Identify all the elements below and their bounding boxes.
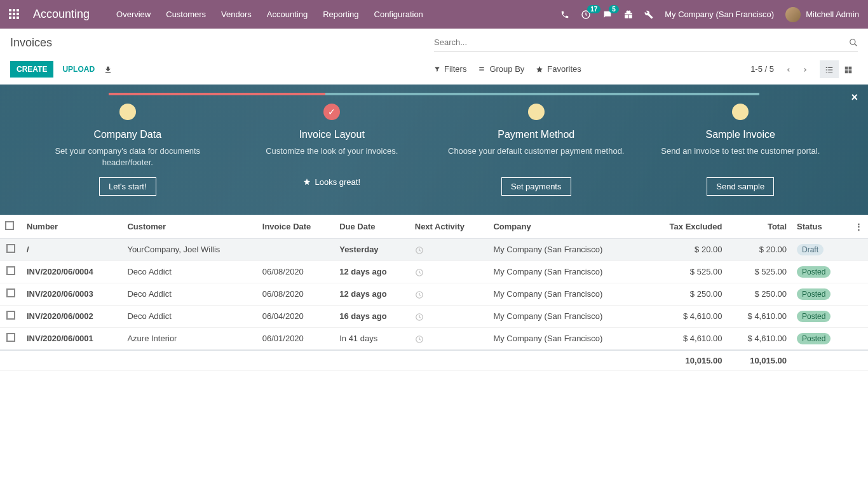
lets-start-button[interactable]: Let's start!	[99, 177, 156, 196]
set-payments-button[interactable]: Set payments	[501, 177, 571, 196]
favorites-label: Favorites	[547, 64, 581, 74]
table-row[interactable]: INV/2020/06/0002Deco Addict06/04/202016 …	[0, 305, 868, 327]
cell-number: INV/2020/06/0001	[22, 327, 122, 350]
row-checkbox[interactable]	[6, 266, 15, 275]
cell-invoice-date: 06/04/2020	[257, 305, 334, 327]
cell-customer: Deco Addict	[122, 261, 257, 283]
cell-number: INV/2020/06/0003	[22, 283, 122, 305]
row-checkbox[interactable]	[6, 244, 15, 253]
col-status[interactable]: Status	[792, 215, 850, 239]
top-nav: Accounting Overview Customers Vendors Ac…	[0, 0, 868, 29]
col-number[interactable]: Number	[22, 215, 122, 239]
total-tax-excluded: 10,015.00	[645, 350, 728, 371]
cell-number: INV/2020/06/0002	[22, 305, 122, 327]
menu-configuration[interactable]: Configuration	[367, 0, 431, 29]
table-row[interactable]: INV/2020/06/0003Deco Addict06/08/202012 …	[0, 283, 868, 305]
clock-icon[interactable]	[415, 267, 424, 276]
cell-status: Posted	[792, 327, 850, 350]
menu-accounting[interactable]: Accounting	[259, 0, 315, 29]
pager-prev-icon[interactable]	[780, 62, 797, 77]
cell-next-activity[interactable]	[410, 261, 489, 283]
step-done-icon: ✓	[323, 104, 340, 120]
menu-reporting[interactable]: Reporting	[315, 0, 366, 29]
col-total[interactable]: Total	[727, 215, 792, 239]
favorites-button[interactable]: Favorites	[536, 64, 581, 74]
cell-due-date: 12 days ago	[334, 261, 410, 283]
col-customer[interactable]: Customer	[122, 215, 257, 239]
search-icon[interactable]	[849, 37, 858, 48]
groupby-label: Group By	[489, 64, 524, 74]
col-company[interactable]: Company	[488, 215, 644, 239]
cell-total: $ 250.00	[727, 283, 792, 305]
onboarding-step-layout: ✓ Invoice Layout Customize the look of y…	[230, 104, 435, 196]
cell-status: Posted	[792, 283, 850, 305]
col-invoice-date[interactable]: Invoice Date	[257, 215, 334, 239]
view-kanban-icon[interactable]	[839, 60, 858, 78]
clock-icon[interactable]	[415, 289, 424, 299]
cell-company: My Company (San Francisco)	[488, 327, 644, 350]
status-badge: Posted	[797, 266, 831, 278]
menu-vendors[interactable]: Vendors	[214, 0, 259, 29]
clock-icon[interactable]	[415, 334, 424, 343]
table-row[interactable]: INV/2020/06/0004Deco Addict06/08/202012 …	[0, 261, 868, 283]
row-checkbox[interactable]	[6, 333, 15, 342]
step-title: Sample Invoice	[645, 129, 837, 140]
col-tax-excluded[interactable]: Tax Excluded	[645, 215, 728, 239]
user-menu[interactable]: Mitchell Admin	[785, 7, 859, 22]
close-icon[interactable]: ×	[851, 91, 858, 104]
filters-button[interactable]: Filters	[434, 64, 466, 74]
gift-icon[interactable]	[624, 10, 633, 20]
upload-button[interactable]: UPLOAD	[60, 61, 97, 78]
send-sample-button[interactable]: Send sample	[707, 177, 774, 196]
cell-number: INV/2020/06/0004	[22, 261, 122, 283]
select-all-checkbox[interactable]	[5, 221, 14, 230]
groupby-button[interactable]: Group By	[478, 64, 524, 74]
optional-columns-icon[interactable]: ⋮	[850, 215, 868, 239]
company-selector[interactable]: My Company (San Francisco)	[665, 10, 774, 19]
control-panel: Invoices CREATE UPLOAD Filters Group By …	[0, 29, 868, 85]
activities-icon[interactable]: 17	[581, 9, 591, 20]
apps-icon[interactable]	[9, 9, 20, 20]
cell-tax-excluded: $ 4,610.00	[645, 327, 728, 350]
app-brand[interactable]: Accounting	[33, 8, 90, 21]
onboarding-banner: × Company Data Set your company's data f…	[0, 85, 868, 215]
clock-icon[interactable]	[415, 245, 424, 254]
create-button[interactable]: CREATE	[10, 61, 53, 78]
row-checkbox[interactable]	[6, 311, 15, 320]
cell-total: $ 4,610.00	[727, 327, 792, 350]
search-bar	[434, 34, 858, 51]
search-input[interactable]	[434, 34, 849, 51]
avatar	[785, 7, 801, 22]
table-row[interactable]: /YourCompany, Joel WillisYesterdayMy Com…	[0, 238, 868, 261]
table-row[interactable]: INV/2020/06/0001Azure Interior06/01/2020…	[0, 327, 868, 350]
cell-next-activity[interactable]	[410, 305, 489, 327]
cell-due-date: 16 days ago	[334, 305, 410, 327]
upload-file-icon[interactable]	[104, 64, 112, 74]
cell-status: Posted	[792, 261, 850, 283]
col-next-activity[interactable]: Next Activity	[410, 215, 489, 239]
cell-due-date: Yesterday	[334, 238, 410, 261]
pager-next-icon[interactable]	[797, 62, 813, 77]
cell-due-date: 12 days ago	[334, 283, 410, 305]
menu-customers[interactable]: Customers	[158, 0, 214, 29]
menu-overview[interactable]: Overview	[109, 0, 158, 29]
discuss-icon[interactable]: 5	[602, 9, 613, 20]
pager-count[interactable]: 1-5 / 5	[750, 64, 774, 74]
cell-total: $ 20.00	[727, 238, 792, 261]
col-due-date[interactable]: Due Date	[334, 215, 410, 239]
cell-invoice-date: 06/08/2020	[257, 261, 334, 283]
cell-next-activity[interactable]	[410, 283, 489, 305]
status-badge: Posted	[797, 333, 831, 344]
phone-icon[interactable]	[560, 10, 569, 20]
cell-tax-excluded: $ 250.00	[645, 283, 728, 305]
cell-next-activity[interactable]	[410, 327, 489, 350]
cell-company: My Company (San Francisco)	[488, 261, 644, 283]
clock-icon[interactable]	[415, 311, 424, 321]
debug-icon[interactable]	[644, 10, 653, 20]
cell-total: $ 525.00	[727, 261, 792, 283]
cell-tax-excluded: $ 525.00	[645, 261, 728, 283]
filters-label: Filters	[444, 64, 466, 74]
row-checkbox[interactable]	[6, 288, 15, 297]
view-list-icon[interactable]	[820, 60, 839, 78]
cell-next-activity[interactable]	[410, 238, 489, 261]
